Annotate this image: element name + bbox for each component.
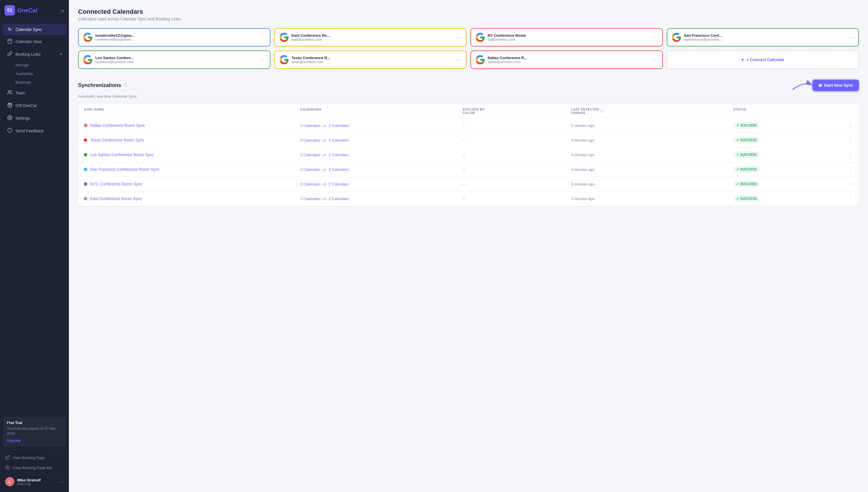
exclude-cell: -- [463,197,571,201]
calendar-info: San Francisco Conf... sanfrancisco@acmei… [684,33,846,42]
sync-dot [84,197,87,200]
calendar-card-lunaticmike[interactable]: lunaticmike12@gma... conference@wayneent… [78,28,270,47]
calendar-name: San Francisco Conf... [684,33,846,38]
status-badge: ✓ SUCCESS [734,166,760,173]
user-name: Mike Stranulf [17,478,56,482]
sync-name[interactable]: San Francisco Conference Room Sync [90,167,159,172]
calendar-card-texas[interactable]: Texas Conference R... texas@acmeinc.com … [274,51,467,69]
connected-calendars-title: Connected Calendars [78,8,859,16]
sync-title: Synchronizations [78,82,121,89]
copy-booking-link[interactable]: Copy Booking Page link [2,463,67,473]
calendars-cell: 2 Calendars ⇄ 2 Calendars [300,181,463,187]
sync-name[interactable]: Texas Conference Room Sync [90,138,144,142]
exclude-cell: -- [463,153,571,157]
logo: 01 OneCal [5,5,37,16]
to-calendars: 2 Calendars [329,167,349,172]
view-booking-page-link[interactable]: View Booking Page [2,453,67,463]
calendar-email: sanfrancisco@acmeinc... [684,38,846,42]
calendar-email: ny@acmeinc.com [488,38,650,42]
calendar-menu-button[interactable]: ⋯ [260,56,265,63]
sidebar-item-label: Calendar Sync [16,27,62,32]
calendar-card-east[interactable]: East Conference Ro... east@acmeinc.com ⋯ [274,28,467,47]
row-menu-button[interactable]: ⋮ [842,137,853,143]
connect-calendar-label: + Connect Calendar [747,57,785,62]
calendar-name: NY Conference Room [488,33,650,38]
trial-upgrade-button[interactable]: Upgrade → [7,439,62,443]
sidebar-collapse-button[interactable]: ‹‹ [61,7,64,14]
sidebar-sub-availability[interactable]: Availability [13,70,69,78]
sync-arrows-icon: ⇄ [323,196,326,201]
row-menu-button[interactable]: ⋮ [842,195,853,202]
calendar-name: lunaticmike12@gma... [95,33,257,38]
row-menu-button[interactable]: ⋮ [842,122,853,129]
table-row: NYC Conference Room Sync 2 Calendars ⇄ 2… [78,177,859,192]
row-menu-button[interactable]: ⋮ [842,181,853,187]
status-cell: ✓ SUCCESS [734,181,842,187]
calendar-menu-button[interactable]: ⋯ [652,56,658,63]
calendar-menu-button[interactable]: ⋯ [260,34,265,41]
sync-name[interactable]: NYC Conference Room Sync [90,182,142,186]
sidebar-item-gift-onecal[interactable]: Gift OneCal [2,100,67,112]
google-icon [83,33,93,42]
copy-booking-label: Copy Booking Page link [13,466,52,470]
main-content: Connected Calendars Calendars used acros… [69,0,868,492]
sync-name-cell: East Conference Room Sync [84,196,300,201]
calendar-card-dallas[interactable]: Dallas Conference R... dallas@acmeinc.co… [470,51,663,69]
col-calendars: CALENDARS [300,108,463,115]
calendar-menu-button[interactable]: ⋯ [456,34,461,41]
sidebar: 01 OneCal ‹‹ ↻ Calendar Sync Calendar Vi… [0,0,69,492]
sync-table: SYNC NAME CALENDARS EXCLUDE BYCOLOR LAST… [78,104,859,206]
view-booking-page-label: View Booking Page [13,456,45,460]
from-calendars: 2 Calendars [300,123,320,128]
row-menu-button[interactable]: ⋮ [842,152,853,158]
from-calendars: 2 Calendars [300,182,320,186]
sidebar-item-settings[interactable]: Settings [2,112,67,124]
connected-calendars-section: Connected Calendars Calendars used acros… [78,8,859,69]
to-calendars: 2 Calendars [329,153,349,157]
sidebar-item-send-feedback[interactable]: Send Feedback [2,125,67,137]
calendar-card-sf[interactable]: San Francisco Conf... sanfrancisco@acmei… [667,28,859,47]
trial-title: Free Trial [7,421,62,425]
sidebar-item-booking-links[interactable]: Booking Links ▾ [2,48,67,60]
sync-name[interactable]: Los Santos Conference Room Sync [90,152,154,157]
calendar-card-los-santos[interactable]: Los Santos Confere... lossantos@acmeinc.… [78,51,270,69]
calendar-email: texas@acmeinc.com [292,60,453,64]
calendar-card-ny[interactable]: NY Conference Room ny@acmeinc.com ⋯ [470,28,663,47]
gift-icon [7,102,13,109]
from-calendars: 2 Calendars [300,153,320,157]
calendar-menu-button[interactable]: ⋯ [652,34,658,41]
status-cell: ✓ SUCCESS [734,195,842,202]
sidebar-item-calendar-sync[interactable]: ↻ Calendar Sync [2,24,67,35]
sidebar-item-team[interactable]: Team [2,87,67,99]
status-cell: ✓ SUCCESS [734,166,842,173]
sync-arrows-icon: ⇄ [323,181,326,187]
sync-name[interactable]: Dallas Conference Room Sync [90,123,145,128]
calendar-menu-button[interactable]: ⋯ [848,34,854,41]
calendar-menu-button[interactable]: ⋯ [456,56,461,63]
sync-arrows-icon: ⇄ [323,167,326,172]
status-cell: ✓ SUCCESS [734,137,842,143]
row-menu-button[interactable]: ⋮ [842,166,853,173]
table-row: San Francisco Conference Room Sync 2 Cal… [78,162,859,177]
google-icon [476,55,485,64]
info-icon-col[interactable]: ⓘ [600,109,604,114]
exclude-cell: -- [463,138,571,142]
to-calendars: 2 Calendars [329,138,349,142]
svg-rect-12 [7,467,9,469]
sync-name[interactable]: East Conference Room Sync [90,196,142,201]
exclude-cell: -- [463,167,571,172]
table-row: Texas Conference Room Sync 2 Calendars ⇄… [78,133,859,148]
svg-rect-0 [8,39,12,43]
last-change-cell: 5 minutes ago [571,123,734,128]
sidebar-sub-manage[interactable]: Manage [13,61,69,69]
calendar-view-icon [7,39,13,45]
sidebar-sub-bookings[interactable]: Bookings [13,78,69,87]
user-menu-button[interactable]: ⋯ [58,478,64,485]
start-new-sync-button[interactable]: ⊕ Start New Sync [813,80,859,91]
table-header: SYNC NAME CALENDARS EXCLUDE BYCOLOR LAST… [78,104,859,118]
logo-box: 01 [5,5,15,16]
synchronizations-section: Synchronizations ⓘ ⊕ Start New Sync [78,78,859,206]
connect-calendar-button[interactable]: + + Connect Calendar [667,51,859,69]
sidebar-item-calendar-view[interactable]: Calendar View [2,35,67,48]
info-icon[interactable]: ⓘ [123,83,127,88]
